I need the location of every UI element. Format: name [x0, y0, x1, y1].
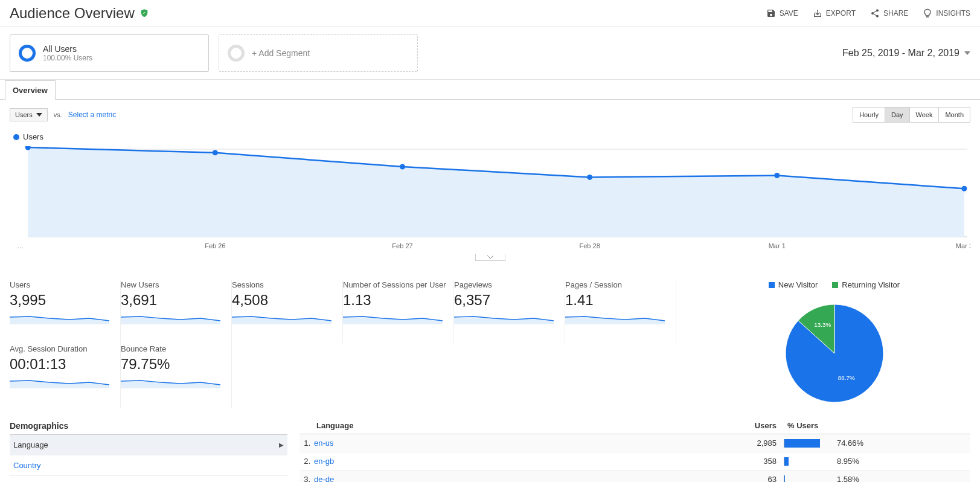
- pct-value: 8.95%: [837, 457, 859, 466]
- demographics-item[interactable]: City: [10, 476, 287, 482]
- demographics-column: Demographics Language▶CountryCity System: [10, 417, 287, 482]
- language-link[interactable]: en-gb: [314, 457, 511, 466]
- metric-value: 3,691: [121, 292, 224, 309]
- pct-value: 1.58%: [837, 475, 859, 482]
- insights-button[interactable]: INSIGHTS: [923, 8, 970, 18]
- col-header-users[interactable]: Users: [511, 421, 777, 430]
- pie-legend-new: New Visitor: [769, 280, 818, 289]
- insights-icon: [923, 8, 932, 18]
- header-actions: SAVE EXPORT SHARE INSIGHTS: [766, 8, 970, 18]
- users-value: 358: [511, 457, 777, 466]
- metric-dropdown[interactable]: Users: [10, 108, 48, 121]
- metric-value: 1.41: [565, 292, 668, 309]
- donut-icon: [19, 45, 36, 62]
- sparkline-chart: [565, 312, 665, 324]
- col-header-language[interactable]: Language: [299, 421, 511, 430]
- metric-card[interactable]: Users 3,995: [10, 280, 121, 344]
- metric-value: 3,995: [10, 292, 113, 309]
- metric-value: 1.13: [343, 292, 446, 309]
- svg-point-6: [213, 150, 218, 155]
- col-header-pct[interactable]: % Users: [777, 421, 970, 430]
- add-segment-button[interactable]: + Add Segment: [219, 34, 418, 72]
- svg-text:Feb 27: Feb 27: [392, 242, 412, 249]
- metric-card[interactable]: Pageviews 6,357: [454, 280, 565, 344]
- segment-title: All Users: [43, 44, 92, 54]
- granularity-day[interactable]: Day: [885, 108, 910, 122]
- add-segment-label-wrap: + Add Segment: [252, 48, 310, 58]
- sparkline-chart: [121, 312, 220, 324]
- demographics-item[interactable]: Country: [10, 455, 287, 476]
- sparkline-chart: [454, 312, 554, 324]
- chart-section: Users 5001,000Feb 26Feb 27Feb 28Mar 1Mar…: [0, 130, 980, 271]
- granularity-toggle: Hourly Day Week Month: [853, 107, 970, 123]
- users-value: 63: [511, 475, 777, 482]
- metric-dropdown-label: Users: [15, 111, 33, 118]
- users-line-chart[interactable]: 5001,000Feb 26Feb 27Feb 28Mar 1Mar 2…: [10, 146, 970, 252]
- svg-text:Mar 2: Mar 2: [956, 242, 970, 249]
- chart-legend: Users: [10, 130, 970, 146]
- segment-all-users[interactable]: All Users 100.00% Users: [10, 34, 209, 72]
- chart-collapse-handle[interactable]: [475, 254, 505, 261]
- metric-card[interactable]: Bounce Rate 79.75%: [121, 344, 232, 408]
- share-button[interactable]: SHARE: [870, 8, 908, 18]
- save-button[interactable]: SAVE: [766, 8, 798, 18]
- square-icon: [769, 282, 775, 288]
- page-title: Audience Overview: [10, 5, 149, 22]
- segment-row: All Users 100.00% Users + Add Segment Fe…: [0, 27, 980, 80]
- metric-card[interactable]: Sessions 4,508: [232, 280, 343, 344]
- language-link[interactable]: en-us: [314, 439, 511, 448]
- language-link[interactable]: de-de: [314, 475, 511, 482]
- export-button[interactable]: EXPORT: [813, 8, 856, 18]
- sparkline-chart: [10, 312, 109, 324]
- demographics-item[interactable]: Language▶: [10, 435, 287, 455]
- segment-info: All Users 100.00% Users: [43, 44, 92, 62]
- metric-label: New Users: [121, 280, 224, 289]
- pie-legend: New Visitor Returning Visitor: [769, 280, 900, 289]
- pie-section: New Visitor Returning Visitor 86.7%13.3%: [698, 280, 970, 408]
- metric-value: 00:01:13: [10, 356, 113, 373]
- pie-legend-returning: Returning Visitor: [832, 280, 900, 289]
- square-icon: [832, 282, 838, 288]
- metric-card[interactable]: Pages / Session 1.41: [565, 280, 676, 344]
- controls-left: Users vs. Select a metric: [10, 108, 116, 121]
- demographics-header: Demographics: [10, 417, 287, 435]
- table-row: 1. en-us 2,985 74.66%: [299, 434, 970, 452]
- row-index: 3.: [299, 475, 314, 482]
- export-icon: [813, 8, 822, 18]
- demographics-item-label: Country: [13, 461, 41, 470]
- metric-card[interactable]: Avg. Session Duration 00:01:13: [10, 344, 121, 408]
- metric-label: Avg. Session Duration: [10, 344, 113, 353]
- chevron-down-icon: [36, 113, 42, 117]
- metric-card[interactable]: Number of Sessions per User 1.13: [343, 280, 454, 344]
- metric-label: Sessions: [232, 280, 335, 289]
- granularity-hourly[interactable]: Hourly: [853, 108, 885, 122]
- metric-label: Pageviews: [454, 280, 557, 289]
- select-metric-link[interactable]: Select a metric: [68, 111, 116, 119]
- metric-label: Users: [10, 280, 113, 289]
- metric-label: Number of Sessions per User: [343, 280, 446, 289]
- granularity-month[interactable]: Month: [939, 108, 970, 122]
- svg-text:13.3%: 13.3%: [814, 321, 831, 328]
- svg-point-7: [400, 164, 405, 170]
- pct-value: 74.66%: [837, 439, 863, 448]
- chevron-right-icon: ▶: [279, 442, 284, 448]
- svg-text:Mar 1: Mar 1: [769, 242, 786, 249]
- shield-check-icon: [139, 8, 149, 18]
- pie-legend-new-label: New Visitor: [778, 280, 818, 289]
- pct-cell: 74.66%: [777, 439, 970, 448]
- metric-card[interactable]: New Users 3,691: [121, 280, 232, 344]
- tab-overview[interactable]: Overview: [5, 80, 56, 100]
- visitor-pie-chart[interactable]: 86.7%13.3%: [780, 299, 889, 408]
- add-segment-label: + Add Segment: [252, 48, 310, 58]
- sparkline-chart: [10, 376, 109, 388]
- save-icon: [766, 8, 776, 18]
- metric-label: Pages / Session: [565, 280, 668, 289]
- share-icon: [870, 8, 880, 18]
- svg-point-8: [587, 175, 592, 180]
- donut-grey-icon: [228, 45, 245, 62]
- date-range-picker[interactable]: Feb 25, 2019 - Mar 2, 2019: [842, 48, 970, 59]
- granularity-week[interactable]: Week: [910, 108, 940, 122]
- pct-cell: 8.95%: [777, 457, 970, 466]
- chevron-down-icon: [487, 255, 493, 259]
- legend-dot-icon: [13, 134, 19, 140]
